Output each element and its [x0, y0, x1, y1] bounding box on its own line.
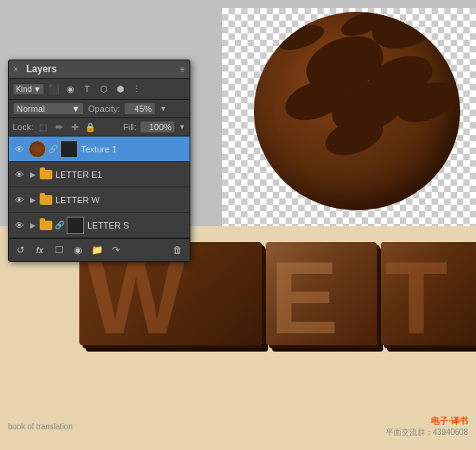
collapse-arrow-icon[interactable]: ▶ — [29, 171, 36, 179]
layer-name-letter-w: LETTER W — [56, 195, 186, 205]
panel-menu-icon[interactable]: ≡ — [180, 65, 185, 74]
fill-label: Fill: — [123, 122, 136, 132]
eye-visibility-icon[interactable]: 👁 — [13, 219, 25, 232]
folder-icon — [40, 194, 52, 206]
layers-title: Layers — [26, 63, 57, 75]
layer-thumb-texture1 — [29, 140, 46, 158]
search-row: Kind ▼ ⬛ ◉ T ⬡ ⬢ ⋮ — [9, 79, 190, 100]
bottom-text-area: book of translation 电子·译书 平面交流群：43940608 — [0, 415, 476, 438]
watermark: 电子·译书 平面交流群：43940608 — [386, 415, 469, 438]
watermark-group: 平面交流群：43940608 — [386, 427, 469, 438]
cookie-image — [254, 12, 460, 210]
blend-mode-label: Normal — [17, 104, 44, 113]
link-icon: 🔗 — [49, 143, 57, 156]
letters-area: book of translation 电子·译书 平面交流群：43940608 — [0, 230, 476, 450]
blend-mode-select[interactable]: Normal ▼ — [13, 102, 84, 115]
layer-item-letter-w[interactable]: 👁 ▶ LETTER W — [9, 187, 190, 213]
blend-opacity-row: Normal ▼ Opacity: 45% ▼ — [9, 100, 190, 118]
panel-titlebar: × Layers ≡ — [9, 60, 190, 79]
layer-mask-texture1 — [60, 140, 78, 158]
delete-layer-icon[interactable]: 🗑 — [170, 242, 186, 258]
layer-name-texture1: Texture 1 — [81, 144, 186, 154]
lock-checkers-icon[interactable]: ⬚ — [36, 121, 49, 133]
new-layer-icon[interactable]: ↷ — [108, 242, 124, 258]
collapse-arrow-icon[interactable]: ▶ — [29, 196, 36, 204]
opacity-arrow[interactable]: ▼ — [159, 105, 167, 113]
lock-all-icon[interactable]: 🔒 — [84, 121, 97, 133]
layers-panel: × Layers ≡ Kind ▼ ⬛ ◉ T ⬡ ⬢ ⋮ Normal ▼ O… — [8, 60, 190, 262]
layer-name-letter-s: LETTER S — [87, 221, 186, 230]
opacity-input[interactable]: 45% — [124, 102, 155, 115]
opacity-label: Opacity: — [88, 104, 120, 113]
translation-text: book of translation — [8, 422, 73, 431]
kind-label: Kind — [16, 85, 32, 94]
filter-type-icon[interactable]: T — [80, 82, 94, 96]
link-icon: 🔗 — [56, 219, 63, 232]
link-layers-icon[interactable]: ↺ — [13, 242, 29, 258]
panel-title-left: × Layers — [13, 63, 57, 75]
filter-adjust-icon[interactable]: ◉ — [63, 82, 78, 96]
filter-toggle-icon[interactable]: ⋮ — [130, 82, 144, 96]
add-mask-icon[interactable]: ☐ — [51, 242, 67, 258]
eye-visibility-icon[interactable]: 👁 — [13, 194, 25, 206]
new-group-icon[interactable]: 📁 — [89, 242, 105, 258]
filter-smart-icon[interactable]: ⬢ — [113, 82, 128, 96]
lock-fill-row: Lock: ⬚ ✏ ✛ 🔒 Fill: 100% ▼ — [9, 118, 190, 137]
folder-shape — [40, 221, 52, 230]
folder-icon — [40, 220, 52, 231]
fill-arrow[interactable]: ▼ — [178, 123, 186, 131]
layer-name-letter-e1: LETTER E1 — [56, 170, 186, 179]
fill-input[interactable]: 100% — [140, 121, 175, 133]
eye-visibility-icon[interactable]: 👁 — [13, 143, 25, 156]
layer-item-letter-e1[interactable]: 👁 ▶ LETTER E1 — [9, 162, 190, 187]
lock-move-icon[interactable]: ✛ — [68, 121, 81, 133]
close-icon[interactable]: × — [13, 65, 21, 73]
eye-visibility-icon[interactable]: 👁 — [13, 168, 25, 181]
lock-label: Lock: — [13, 122, 33, 132]
filter-pixel-icon[interactable]: ⬛ — [47, 82, 61, 96]
letter-e-block — [266, 242, 377, 345]
kind-arrow: ▼ — [33, 85, 41, 94]
collapse-arrow-icon[interactable]: ▶ — [29, 221, 36, 229]
layers-list: 👁 🔗 Texture 1 👁 ▶ LETTER E1 👁 ▶ LETTER W — [9, 137, 190, 238]
panel-bottom-bar: ↺ fx ☐ ◉ 📁 ↷ 🗑 — [9, 238, 190, 261]
folder-shape — [40, 170, 52, 179]
layer-item-texture1[interactable]: 👁 🔗 Texture 1 — [9, 137, 190, 162]
layer-mask-letter-s — [67, 217, 84, 234]
watermark-site: 电子·译书 — [431, 415, 468, 427]
layer-item-letter-s[interactable]: 👁 ▶ 🔗 LETTER S — [9, 213, 190, 238]
kind-select[interactable]: Kind ▼ — [13, 83, 44, 95]
letter-t-block — [381, 242, 476, 345]
lock-brush-icon[interactable]: ✏ — [52, 121, 65, 133]
fx-icon[interactable]: fx — [32, 242, 48, 258]
folder-icon — [40, 169, 52, 180]
filter-shape-icon[interactable]: ⬡ — [97, 82, 111, 96]
folder-shape — [40, 195, 52, 205]
blend-mode-arrow: ▼ — [71, 104, 80, 113]
adjustment-icon[interactable]: ◉ — [70, 242, 86, 258]
letters-3d-group — [0, 238, 476, 413]
